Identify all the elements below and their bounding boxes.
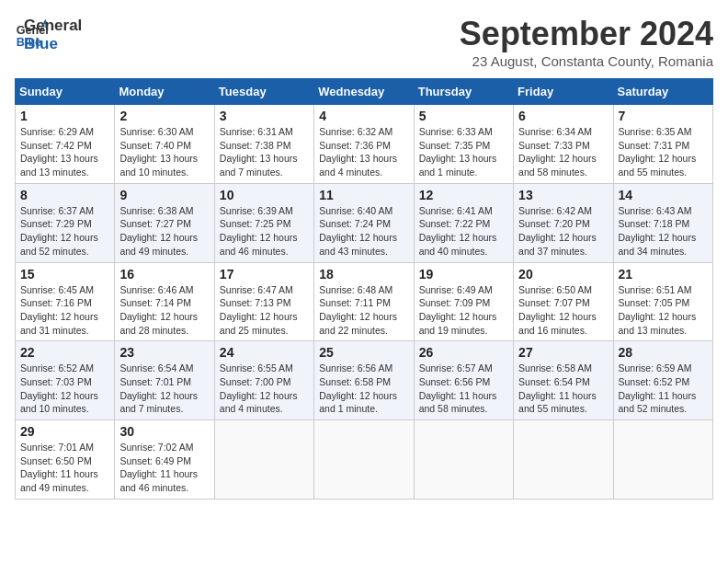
page-header: General Blue General Blue September 2024… bbox=[15, 15, 713, 69]
calendar-week-row: 8 Sunrise: 6:37 AMSunset: 7:29 PMDayligh… bbox=[16, 183, 713, 262]
calendar-cell: 10 Sunrise: 6:39 AMSunset: 7:25 PMDaylig… bbox=[214, 183, 313, 262]
day-header-monday: Monday bbox=[115, 79, 214, 105]
day-header-sunday: Sunday bbox=[16, 79, 115, 105]
calendar-cell: 3 Sunrise: 6:31 AMSunset: 7:38 PMDayligh… bbox=[214, 105, 313, 184]
calendar-cell bbox=[314, 420, 414, 500]
day-number: 1 bbox=[20, 109, 109, 123]
day-number: 25 bbox=[319, 345, 408, 360]
calendar-cell: 1 Sunrise: 6:29 AMSunset: 7:42 PMDayligh… bbox=[16, 105, 115, 184]
day-number: 5 bbox=[419, 109, 508, 123]
calendar-body: 1 Sunrise: 6:29 AMSunset: 7:42 PMDayligh… bbox=[16, 105, 713, 500]
calendar-cell: 17 Sunrise: 6:47 AMSunset: 7:13 PMDaylig… bbox=[214, 262, 313, 341]
day-info: Sunrise: 6:40 AMSunset: 7:24 PMDaylight:… bbox=[319, 205, 397, 257]
day-info: Sunrise: 6:35 AMSunset: 7:31 PMDaylight:… bbox=[619, 126, 697, 178]
calendar-cell: 16 Sunrise: 6:46 AMSunset: 7:14 PMDaylig… bbox=[115, 262, 214, 341]
day-number: 7 bbox=[619, 109, 708, 123]
day-number: 3 bbox=[220, 109, 309, 123]
calendar-cell: 19 Sunrise: 6:49 AMSunset: 7:09 PMDaylig… bbox=[414, 262, 513, 341]
calendar-cell: 14 Sunrise: 6:43 AMSunset: 7:18 PMDaylig… bbox=[613, 183, 712, 262]
day-number: 23 bbox=[119, 345, 209, 360]
calendar-cell: 18 Sunrise: 6:48 AMSunset: 7:11 PMDaylig… bbox=[314, 262, 414, 341]
calendar-week-row: 15 Sunrise: 6:45 AMSunset: 7:16 PMDaylig… bbox=[16, 262, 713, 341]
day-number: 27 bbox=[518, 345, 608, 360]
day-info: Sunrise: 6:43 AMSunset: 7:18 PMDaylight:… bbox=[619, 205, 697, 257]
calendar-cell: 26 Sunrise: 6:57 AMSunset: 6:56 PMDaylig… bbox=[414, 341, 513, 420]
calendar-table: SundayMondayTuesdayWednesdayThursdayFrid… bbox=[15, 78, 713, 500]
day-number: 24 bbox=[220, 345, 309, 360]
calendar-week-row: 29 Sunrise: 7:01 AMSunset: 6:50 PMDaylig… bbox=[16, 420, 713, 500]
day-number: 2 bbox=[119, 109, 209, 123]
calendar-cell: 25 Sunrise: 6:56 AMSunset: 6:58 PMDaylig… bbox=[314, 341, 414, 420]
calendar-cell: 12 Sunrise: 6:41 AMSunset: 7:22 PMDaylig… bbox=[414, 183, 513, 262]
day-header-thursday: Thursday bbox=[414, 79, 513, 105]
day-info: Sunrise: 6:39 AMSunset: 7:25 PMDaylight:… bbox=[220, 205, 298, 257]
day-info: Sunrise: 6:29 AMSunset: 7:42 PMDaylight:… bbox=[20, 126, 98, 178]
calendar-cell: 27 Sunrise: 6:58 AMSunset: 6:54 PMDaylig… bbox=[514, 341, 613, 420]
day-info: Sunrise: 6:52 AMSunset: 7:03 PMDaylight:… bbox=[20, 362, 98, 414]
logo-line2: Blue bbox=[24, 35, 82, 53]
day-info: Sunrise: 6:33 AMSunset: 7:35 PMDaylight:… bbox=[419, 126, 497, 178]
day-number: 13 bbox=[518, 188, 608, 202]
day-number: 9 bbox=[119, 188, 209, 202]
logo: General Blue General Blue bbox=[15, 15, 82, 54]
month-title: September 2024 bbox=[460, 15, 713, 53]
day-info: Sunrise: 6:30 AMSunset: 7:40 PMDaylight:… bbox=[119, 126, 198, 178]
calendar-cell bbox=[613, 420, 712, 500]
day-number: 4 bbox=[319, 109, 408, 123]
day-number: 22 bbox=[20, 345, 109, 360]
day-info: Sunrise: 6:37 AMSunset: 7:29 PMDaylight:… bbox=[20, 205, 98, 257]
day-info: Sunrise: 7:01 AMSunset: 6:50 PMDaylight:… bbox=[20, 442, 98, 493]
day-info: Sunrise: 6:45 AMSunset: 7:16 PMDaylight:… bbox=[20, 284, 98, 336]
calendar-cell: 28 Sunrise: 6:59 AMSunset: 6:52 PMDaylig… bbox=[613, 341, 712, 420]
calendar-cell: 11 Sunrise: 6:40 AMSunset: 7:24 PMDaylig… bbox=[314, 183, 414, 262]
calendar-cell: 6 Sunrise: 6:34 AMSunset: 7:33 PMDayligh… bbox=[514, 105, 613, 184]
day-number: 6 bbox=[518, 109, 608, 123]
calendar-cell: 30 Sunrise: 7:02 AMSunset: 6:49 PMDaylig… bbox=[115, 420, 214, 500]
calendar-cell: 4 Sunrise: 6:32 AMSunset: 7:36 PMDayligh… bbox=[314, 105, 414, 184]
calendar-cell: 29 Sunrise: 7:01 AMSunset: 6:50 PMDaylig… bbox=[16, 420, 115, 500]
day-info: Sunrise: 6:59 AMSunset: 6:52 PMDaylight:… bbox=[619, 362, 697, 414]
calendar-header-row: SundayMondayTuesdayWednesdayThursdayFrid… bbox=[16, 79, 713, 105]
calendar-cell: 20 Sunrise: 6:50 AMSunset: 7:07 PMDaylig… bbox=[514, 262, 613, 341]
day-number: 20 bbox=[518, 267, 608, 282]
day-info: Sunrise: 6:48 AMSunset: 7:11 PMDaylight:… bbox=[319, 284, 397, 336]
day-header-wednesday: Wednesday bbox=[314, 79, 414, 105]
day-info: Sunrise: 6:54 AMSunset: 7:01 PMDaylight:… bbox=[119, 362, 198, 414]
day-info: Sunrise: 6:42 AMSunset: 7:20 PMDaylight:… bbox=[518, 205, 597, 257]
calendar-cell: 21 Sunrise: 6:51 AMSunset: 7:05 PMDaylig… bbox=[613, 262, 712, 341]
day-info: Sunrise: 6:32 AMSunset: 7:36 PMDaylight:… bbox=[319, 126, 397, 178]
day-number: 16 bbox=[119, 267, 209, 282]
day-info: Sunrise: 7:02 AMSunset: 6:49 PMDaylight:… bbox=[119, 442, 198, 493]
calendar-cell: 13 Sunrise: 6:42 AMSunset: 7:20 PMDaylig… bbox=[514, 183, 613, 262]
day-number: 30 bbox=[119, 424, 209, 439]
day-number: 17 bbox=[220, 267, 309, 282]
title-block: September 2024 23 August, Constanta Coun… bbox=[460, 15, 713, 69]
day-info: Sunrise: 6:31 AMSunset: 7:38 PMDaylight:… bbox=[220, 126, 298, 178]
day-number: 8 bbox=[20, 188, 109, 202]
calendar-cell: 24 Sunrise: 6:55 AMSunset: 7:00 PMDaylig… bbox=[214, 341, 313, 420]
subtitle: 23 August, Constanta County, Romania bbox=[460, 53, 713, 69]
day-info: Sunrise: 6:49 AMSunset: 7:09 PMDaylight:… bbox=[419, 284, 497, 336]
calendar-cell bbox=[414, 420, 513, 500]
day-info: Sunrise: 6:46 AMSunset: 7:14 PMDaylight:… bbox=[119, 284, 198, 336]
day-info: Sunrise: 6:57 AMSunset: 6:56 PMDaylight:… bbox=[419, 362, 497, 414]
day-number: 12 bbox=[419, 188, 508, 202]
day-info: Sunrise: 6:55 AMSunset: 7:00 PMDaylight:… bbox=[220, 362, 298, 414]
logo-line1: General bbox=[24, 17, 82, 35]
calendar-cell: 5 Sunrise: 6:33 AMSunset: 7:35 PMDayligh… bbox=[414, 105, 513, 184]
calendar-cell: 2 Sunrise: 6:30 AMSunset: 7:40 PMDayligh… bbox=[115, 105, 214, 184]
day-number: 18 bbox=[319, 267, 408, 282]
calendar-cell: 22 Sunrise: 6:52 AMSunset: 7:03 PMDaylig… bbox=[16, 341, 115, 420]
calendar-cell bbox=[214, 420, 313, 500]
day-header-saturday: Saturday bbox=[613, 79, 712, 105]
day-info: Sunrise: 6:51 AMSunset: 7:05 PMDaylight:… bbox=[619, 284, 697, 336]
day-header-tuesday: Tuesday bbox=[214, 79, 313, 105]
calendar-cell: 9 Sunrise: 6:38 AMSunset: 7:27 PMDayligh… bbox=[115, 183, 214, 262]
calendar-week-row: 1 Sunrise: 6:29 AMSunset: 7:42 PMDayligh… bbox=[16, 105, 713, 184]
day-number: 19 bbox=[419, 267, 508, 282]
calendar-week-row: 22 Sunrise: 6:52 AMSunset: 7:03 PMDaylig… bbox=[16, 341, 713, 420]
day-number: 11 bbox=[319, 188, 408, 202]
day-number: 14 bbox=[619, 188, 708, 202]
day-info: Sunrise: 6:56 AMSunset: 6:58 PMDaylight:… bbox=[319, 362, 397, 414]
calendar-cell: 23 Sunrise: 6:54 AMSunset: 7:01 PMDaylig… bbox=[115, 341, 214, 420]
